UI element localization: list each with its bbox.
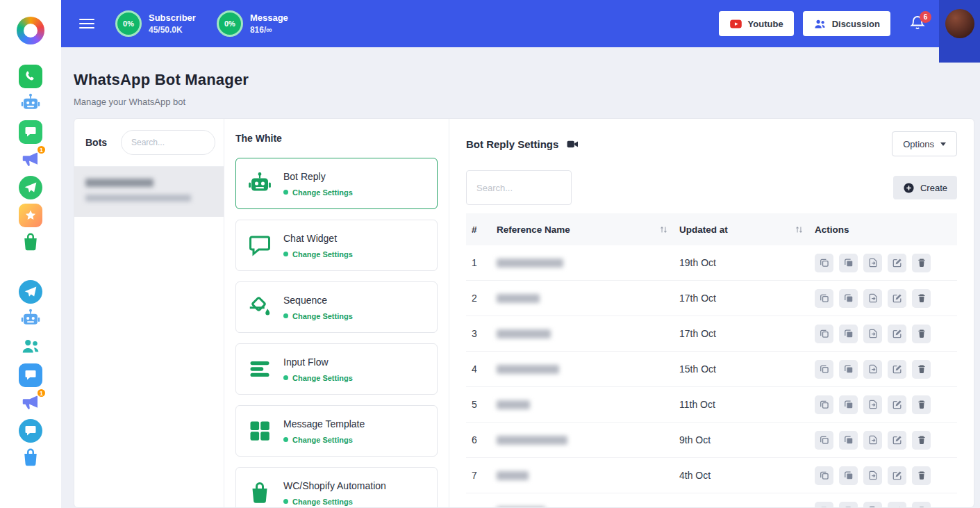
redacted-reference-name [497,365,559,374]
notification-count-badge: 6 [920,11,931,23]
change-settings-link[interactable]: Change Settings [283,374,353,382]
sidebar-item-telegram-broadcast[interactable]: 1 [18,391,43,416]
setting-card-label: Sequence [283,295,353,306]
export-button[interactable] [863,325,882,343]
export-button[interactable] [863,289,882,308]
page-subtitle: Manage your WhatsApp bot [74,97,974,107]
clone-button[interactable] [839,289,858,308]
sidebar-item-telegram[interactable] [18,279,43,304]
sidebar-item-whatsapp-bot[interactable] [18,92,43,117]
sidebar-item-woocommerce-store[interactable] [18,231,43,256]
edit-button[interactable] [888,395,906,414]
edit-icon [892,506,902,507]
export-button[interactable] [863,431,882,450]
edit-button[interactable] [888,431,906,450]
sidebar-item-whatsapp[interactable] [18,64,43,89]
main-column: 0% Subscriber 45/50.0K 0% Message 816/∞ … [61,0,980,508]
sidebar-item-whatsapp-broadcast[interactable]: 1 [18,147,43,172]
delete-button[interactable] [912,360,931,379]
export-button[interactable] [863,395,882,414]
edit-button[interactable] [888,360,906,379]
setting-card-wc-shopify-automation[interactable]: WC/Shopify Automation Change Settings [235,467,438,507]
status-dot-icon [283,313,288,318]
sort-icon[interactable] [795,225,804,234]
delete-button[interactable] [912,466,931,485]
duplicate-button[interactable] [815,395,833,414]
bots-search-input[interactable] [121,130,215,155]
delete-button[interactable] [912,289,931,308]
shopping-bag-icon [20,231,41,255]
export-button[interactable] [863,254,882,272]
youtube-button[interactable]: Youtube [719,11,794,36]
clone-button[interactable] [839,395,858,414]
sidebar-item-telegram-group[interactable] [18,335,43,360]
sidebar-item-chat-channel[interactable] [18,418,43,443]
hamburger-menu-icon[interactable] [79,19,94,28]
change-settings-link[interactable]: Change Settings [283,188,353,197]
delete-button[interactable] [912,395,931,414]
edit-button[interactable] [888,254,906,272]
reply-panel-header: Bot Reply Settings Options [466,131,957,156]
profile-menu[interactable] [939,0,980,63]
delete-button[interactable] [912,325,931,343]
clone-button[interactable] [839,502,858,508]
sidebar-item-store[interactable] [18,446,43,471]
duplicate-button[interactable] [815,254,833,272]
options-button[interactable]: Options [892,131,957,156]
table-row: 3 17th Oct [466,316,957,352]
duplicate-button[interactable] [815,502,833,508]
sidebar-item-messenger[interactable] [18,175,43,200]
sidebar-item-telegram-bot[interactable] [18,307,43,332]
delete-button[interactable] [912,431,931,450]
notifications-button[interactable]: 6 [909,15,926,33]
create-button[interactable]: Create [893,176,957,199]
edit-button[interactable] [888,466,906,485]
edit-button[interactable] [888,289,906,308]
top-header: 0% Subscriber 45/50.0K 0% Message 816/∞ … [61,0,980,47]
change-settings-link[interactable]: Change Settings [283,250,353,259]
clone-button[interactable] [839,466,858,485]
change-settings-link[interactable]: Change Settings [283,436,353,444]
video-camera-icon[interactable] [566,138,579,151]
setting-card-label: WC/Shopify Automation [283,480,386,491]
setting-card-bot-reply[interactable]: Bot Reply Change Settings [235,158,438,209]
change-settings-link[interactable]: Change Settings [283,312,353,320]
table-toolbar: Create [466,170,957,205]
duplicate-button[interactable] [815,289,833,308]
setting-card-chat-widget[interactable]: Chat Widget Change Settings [235,220,438,271]
export-icon [868,329,878,338]
sort-icon[interactable] [659,225,668,234]
sidebar-item-whatsapp-chat[interactable] [18,120,43,145]
bots-panel: Bots [74,119,224,507]
export-button[interactable] [863,360,882,379]
duplicate-button[interactable] [815,466,833,485]
edit-button[interactable] [888,325,906,343]
clone-button[interactable] [839,360,858,379]
robot-icon [246,170,274,197]
setting-card-sequence[interactable]: Sequence Change Settings [235,281,438,333]
copy-icon [820,329,829,338]
change-settings-link[interactable]: Change Settings [283,498,353,506]
clone-button[interactable] [839,325,858,343]
discussion-button[interactable]: Discussion [803,11,890,36]
setting-card-message-template[interactable]: Message Template Change Settings [235,405,438,457]
delete-button[interactable] [912,254,931,272]
row-number: 2 [466,293,497,304]
sidebar-item-integrations[interactable] [18,203,43,228]
duplicate-button[interactable] [815,360,833,379]
table-search-input[interactable] [466,170,572,205]
sidebar-item-live-chat[interactable] [18,363,43,388]
bot-list-item-selected[interactable] [74,167,224,217]
duplicate-button[interactable] [815,431,833,450]
clone-button[interactable] [839,431,858,450]
export-button[interactable] [863,502,882,508]
export-button[interactable] [863,466,882,485]
app-logo[interactable] [17,17,44,44]
telegram-icon [19,280,42,304]
delete-button[interactable] [912,502,931,508]
setting-card-input-flow[interactable]: Input Flow Change Settings [235,343,438,395]
duplicate-button[interactable] [815,325,833,343]
edit-button[interactable] [888,502,906,508]
clone-button[interactable] [839,254,858,272]
youtube-button-label: Youtube [748,19,783,29]
